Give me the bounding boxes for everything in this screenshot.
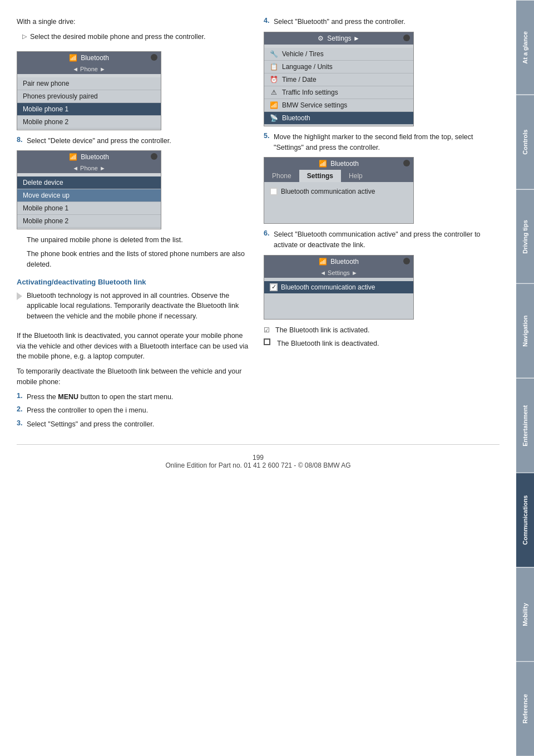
- screen1-container: 📶 Bluetooth ◄ Phone ► Pair new phone Pho…: [17, 51, 253, 130]
- step3: 3. Select "Settings" and press the contr…: [17, 419, 253, 430]
- sidebar-tab-controls[interactable]: Controls: [516, 95, 534, 189]
- bullet-item-2: The Bluetooth link is deactivated.: [264, 338, 500, 349]
- screen4-spacer: [264, 198, 413, 220]
- note-triangle-icon: [17, 292, 22, 300]
- screen3-item-3: ⚠ Traffic Info settings: [264, 86, 413, 99]
- arrow-item-text: Select the desired mobile phone and pres…: [30, 32, 205, 42]
- bmw-screen-2: 📶 Bluetooth ◄ Phone ► Delete device Move…: [17, 150, 161, 229]
- bluetooth-icon-4: 📶: [319, 160, 327, 168]
- arrow-icon: ▷: [22, 33, 27, 40]
- screen1-item-0: Pair new phone: [17, 77, 161, 90]
- section-heading: Activating/deactivating Bluetooth link: [17, 278, 253, 286]
- temp-deactivate: To temporarily deactivate the Bluetooth …: [17, 366, 253, 387]
- bluetooth-icon-1: 📶: [69, 54, 77, 62]
- screen3-header-text: Settings ►: [327, 35, 360, 42]
- sidebar-tab-driving-tips[interactable]: Driving tips: [516, 189, 534, 284]
- screen4-tabs: Phone Settings Help: [264, 170, 413, 182]
- bluetooth-icon-2: 📶: [69, 153, 77, 161]
- right-column: 4. Select "Bluetooth" and press the cont…: [264, 17, 500, 433]
- menu-bold: MENU: [58, 393, 78, 401]
- with-single-drive-label: With a single drive:: [17, 17, 253, 27]
- note-box-1: Bluetooth technology is not approved in …: [17, 291, 253, 326]
- comm-checkbox: [270, 188, 278, 195]
- bmw-screen-3: ⚙ Settings ► 🔧 Vehicle / Tires 📋 Languag…: [264, 32, 414, 126]
- step6-text: Select "Bluetooth communication active" …: [274, 229, 500, 251]
- screen4-comm-item: Bluetooth communication active: [264, 185, 413, 198]
- screen5-dot: [403, 258, 410, 264]
- screen1-header: 📶 Bluetooth: [17, 52, 161, 64]
- unpaired-text2: The phone book entries and the lists of …: [27, 249, 253, 270]
- bmw-service-icon: 📶: [269, 101, 279, 109]
- screen3-item-4: 📶 BMW Service settings: [264, 99, 413, 112]
- step2: 2. Press the controller to open the i me…: [17, 405, 253, 416]
- screen3-body: 🔧 Vehicle / Tires 📋 Language / Units ⏰ T…: [264, 45, 413, 126]
- step1-number: 1.: [17, 392, 27, 402]
- bluetooth-item-icon: 📡: [269, 114, 279, 122]
- footer-text: Online Edition for Part no. 01 41 2 600 …: [165, 462, 350, 469]
- step8-number: 8.: [17, 136, 27, 146]
- step6: 6. Select "Bluetooth communication activ…: [264, 229, 500, 251]
- main-content: With a single drive: ▷ Select the desire…: [0, 0, 516, 756]
- screen1-body: Pair new phone Phones previously paired …: [17, 74, 161, 130]
- screen5-nav: ◄ Settings ►: [264, 268, 413, 278]
- screen3-item-5: 📡 Bluetooth: [264, 112, 413, 125]
- checkmark-blue-icon: ☑: [264, 326, 270, 334]
- sidebar-tab-reference[interactable]: Reference: [516, 661, 534, 756]
- bmw-screen-5: 📶 Bluetooth ◄ Settings ► Bluetooth commu…: [264, 255, 414, 320]
- step5-number: 5.: [264, 132, 274, 153]
- time-icon: ⏰: [269, 76, 279, 84]
- language-icon: 📋: [269, 63, 279, 71]
- step3-number: 3.: [17, 419, 27, 430]
- arrow-item-select-phone: ▷ Select the desired mobile phone and pr…: [22, 32, 253, 47]
- step8-text: Select "Delete device" and press the con…: [27, 136, 171, 146]
- tab-settings[interactable]: Settings: [299, 170, 341, 182]
- sidebar-tab-mobility[interactable]: Mobility: [516, 567, 534, 662]
- screen3-item-0: 🔧 Vehicle / Tires: [264, 48, 413, 61]
- vehicle-icon: 🔧: [269, 50, 279, 58]
- screen3-dot: [403, 35, 410, 41]
- tab-help[interactable]: Help: [341, 170, 370, 182]
- screen3-item-2: ⏰ Time / Date: [264, 73, 413, 86]
- screen2-item-3: Mobile phone 2: [17, 215, 161, 228]
- tab-phone[interactable]: Phone: [264, 170, 299, 182]
- screen1-nav: ◄ Phone ►: [17, 64, 161, 74]
- sidebar-tab-entertainment[interactable]: Entertainment: [516, 378, 534, 473]
- screen4-container: 📶 Bluetooth Phone Settings Help Bluetoot…: [264, 157, 500, 224]
- screen5-container: 📶 Bluetooth ◄ Settings ► Bluetooth commu…: [264, 255, 500, 320]
- screen5-spacer: [264, 293, 413, 316]
- screen2-item-2: Mobile phone 1: [17, 202, 161, 215]
- left-column: With a single drive: ▷ Select the desire…: [17, 17, 253, 433]
- sidebar-tab-at-a-glance[interactable]: At a glance: [516, 0, 534, 95]
- sidebar-tab-communications[interactable]: Communications: [516, 473, 534, 567]
- step5: 5. Move the highlight marker to the seco…: [264, 132, 500, 153]
- screen1-dot: [151, 54, 157, 61]
- step1: 1. Press the MENU button to open the sta…: [17, 392, 253, 402]
- screen2-nav: ◄ Phone ►: [17, 163, 161, 173]
- sidebar-tab-navigation[interactable]: Navigation: [516, 283, 534, 378]
- screen2-item-1: Move device up: [17, 189, 161, 202]
- page-footer: 199 Online Edition for Part no. 01 41 2 …: [17, 444, 500, 474]
- step8: 8. Select "Delete device" and press the …: [17, 136, 253, 146]
- screen2-dot: [151, 153, 157, 160]
- unpaired-text1: The unpaired mobile phone is deleted fro…: [27, 235, 253, 246]
- step2-text: Press the controller to open the i menu.: [27, 405, 148, 416]
- screen5-comm-item: Bluetooth communication active: [264, 281, 413, 293]
- step5-text: Move the highlight marker to the second …: [274, 132, 500, 153]
- traffic-icon: ⚠: [269, 89, 279, 96]
- two-column-layout: With a single drive: ▷ Select the desire…: [17, 17, 500, 433]
- screen3-item-1: 📋 Language / Units: [264, 61, 413, 73]
- bullet1-text: The Bluetooth link is activated.: [275, 325, 370, 336]
- sidebar-tabs: At a glance Controls Driving tips Naviga…: [516, 0, 534, 756]
- screen2-item-0: Delete device: [17, 176, 161, 189]
- screen4-dot: [403, 160, 410, 166]
- note-text2: If the Bluetooth link is deactivated, yo…: [17, 331, 253, 362]
- step4-number: 4.: [264, 17, 274, 27]
- step6-number: 6.: [264, 229, 274, 251]
- step4-text: Select "Bluetooth" and press the control…: [274, 17, 406, 27]
- screen5-header: 📶 Bluetooth: [264, 256, 413, 268]
- bmw-screen-4: 📶 Bluetooth Phone Settings Help Bluetoot…: [264, 157, 414, 224]
- comm-checkbox-checked: [270, 283, 278, 291]
- bullet2-text: The Bluetooth link is deactivated.: [277, 338, 379, 349]
- screen3-container: ⚙ Settings ► 🔧 Vehicle / Tires 📋 Languag…: [264, 32, 500, 126]
- screen1-item-3: Mobile phone 2: [17, 116, 161, 129]
